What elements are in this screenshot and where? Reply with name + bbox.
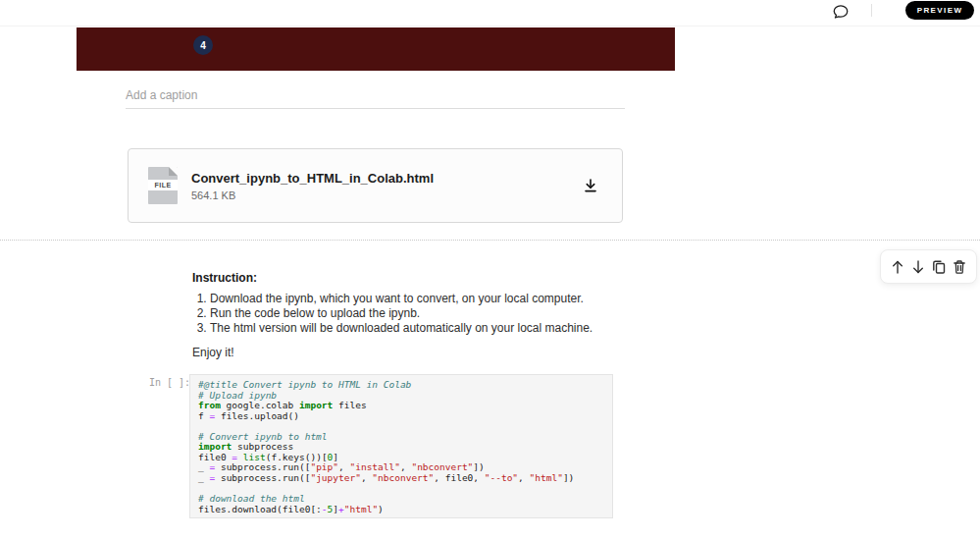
- code-line: f = files.upload(): [198, 411, 604, 422]
- instruction-list: Download the ipynb, which you want to co…: [197, 292, 619, 336]
- file-name: Convert_ipynb_to_HTML_in_Colab.html: [191, 171, 581, 186]
- image-badge: 4: [193, 35, 213, 55]
- code-cell-prompt: In [ ]:: [149, 377, 190, 388]
- block-toolbar: [880, 249, 977, 284]
- arrow-down-icon: [909, 258, 927, 276]
- preview-button[interactable]: PREVIEW: [905, 1, 974, 20]
- copy-icon: [930, 258, 948, 276]
- duplicate-button[interactable]: [930, 258, 948, 276]
- code-cell[interactable]: #@title Convert ipynb to HTML in Colab# …: [189, 374, 613, 518]
- file-attachment-card[interactable]: FILE Convert_ipynb_to_HTML_in_Colab.html…: [128, 148, 623, 223]
- instruction-item: Download the ipynb, which you want to co…: [210, 292, 619, 306]
- instruction-item: The html version will be downloaded auto…: [210, 321, 619, 336]
- move-up-button[interactable]: [889, 258, 906, 276]
- instruction-item: Run the code below to upload the ipynb.: [210, 306, 619, 321]
- file-size: 564.1 KB: [191, 189, 581, 201]
- top-bar: PREVIEW: [0, 0, 980, 27]
- instruction-heading: Instruction:: [192, 271, 257, 285]
- file-icon: FILE: [148, 167, 178, 204]
- image-block[interactable]: 4: [77, 27, 675, 71]
- comment-bubble-icon: [832, 3, 850, 21]
- delete-button[interactable]: [951, 258, 968, 276]
- code-line: files.download(file0[:-5]+"html"): [198, 505, 604, 515]
- arrow-up-icon: [889, 258, 906, 276]
- instruction-outro: Enjoy it!: [192, 346, 234, 359]
- top-bar-divider: [871, 4, 872, 17]
- comment-button[interactable]: [830, 1, 851, 23]
- download-button[interactable]: [581, 176, 600, 195]
- code-line: _ = subprocess.run(["jupyter", "nbconver…: [198, 473, 604, 484]
- download-icon: [582, 177, 599, 194]
- trash-icon: [951, 258, 968, 276]
- file-meta: Convert_ipynb_to_HTML_in_Colab.html 564.…: [191, 171, 581, 201]
- caption-input[interactable]: [126, 82, 625, 109]
- code-lines: #@title Convert ipynb to HTML in Colab# …: [198, 380, 604, 514]
- file-icon-label: FILE: [148, 180, 178, 190]
- move-down-button[interactable]: [909, 258, 927, 276]
- section-separator: [0, 240, 980, 241]
